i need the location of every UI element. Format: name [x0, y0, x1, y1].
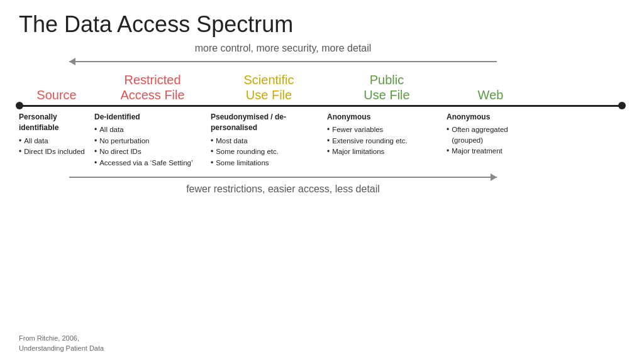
detail-de-identified: De-identified All data No perturbation N… [94, 112, 211, 168]
detail-anonymous-1: Anonymous Fewer variables Extensive roun… [327, 112, 447, 158]
footer: From Ritchie, 2006, Understanding Patien… [19, 334, 104, 353]
details-row: Personally identifiable All data Direct … [19, 112, 625, 168]
spectrum-line-container [19, 105, 623, 107]
detail-list-anon2: Often aggregated (grouped) Major treatme… [447, 124, 535, 156]
top-arrow [69, 56, 497, 67]
list-item: Some limitations [211, 158, 327, 168]
footer-line1: From Ritchie, 2006, [19, 334, 104, 343]
bottom-arrow-line [69, 177, 497, 178]
list-item: Major treatment [447, 146, 535, 156]
page-title: The Data Access Spectrum [19, 11, 625, 38]
bottom-arrow-section: fewer restrictions, easier access, less … [69, 172, 497, 195]
top-arrow-label: more control, more security, more detail [195, 43, 372, 54]
list-item: Major limitations [327, 146, 447, 157]
top-arrow-section: more control, more security, more detail [69, 43, 497, 67]
list-item: Often aggregated (grouped) [447, 124, 535, 145]
bottom-arrow-label: fewer restrictions, easier access, less … [186, 184, 380, 195]
detail-anonymous-2: Anonymous Often aggregated (grouped) Maj… [447, 112, 535, 156]
detail-pseudonymised: Pseudonymised / de-personalised Most dat… [211, 112, 327, 168]
list-item: No direct IDs [94, 146, 211, 157]
list-item: No perturbation [94, 136, 211, 146]
spectrum-line [19, 105, 623, 107]
detail-list-pseudo: Most data Some rounding etc. Some limita… [211, 136, 327, 168]
detail-list-anon1: Fewer variables Extensive rounding etc. … [327, 124, 447, 157]
list-item: Fewer variables [327, 124, 447, 135]
category-suf: ScientificUse File [211, 72, 327, 102]
list-item: All data [94, 124, 211, 135]
footer-line2: Understanding Patient Data [19, 344, 104, 353]
list-item: Some rounding etc. [211, 146, 327, 157]
list-item: All data [19, 136, 94, 146]
list-item: Direct IDs included [19, 146, 94, 157]
category-web: Web [447, 88, 535, 102]
category-source: Source [19, 88, 94, 102]
category-raf: RestrictedAccess File [94, 72, 211, 102]
page: The Data Access Spectrum more control, m… [0, 0, 644, 362]
detail-list-deident: All data No perturbation No direct IDs A… [94, 124, 211, 168]
list-item: Accessed via a ‘Safe Setting’ [94, 158, 211, 168]
bottom-arrow [69, 172, 497, 182]
list-item: Most data [211, 136, 327, 146]
categories-row: Source RestrictedAccess File ScientificU… [19, 72, 625, 102]
spectrum-dot-left [16, 102, 23, 109]
spectrum-dot-right [618, 102, 626, 109]
detail-personally-identifiable: Personally identifiable All data Direct … [19, 112, 94, 158]
list-item: Extensive rounding etc. [327, 136, 447, 146]
category-puf: PublicUse File [327, 72, 447, 102]
detail-list-personally: All data Direct IDs included [19, 136, 94, 158]
top-arrow-line [69, 61, 497, 62]
